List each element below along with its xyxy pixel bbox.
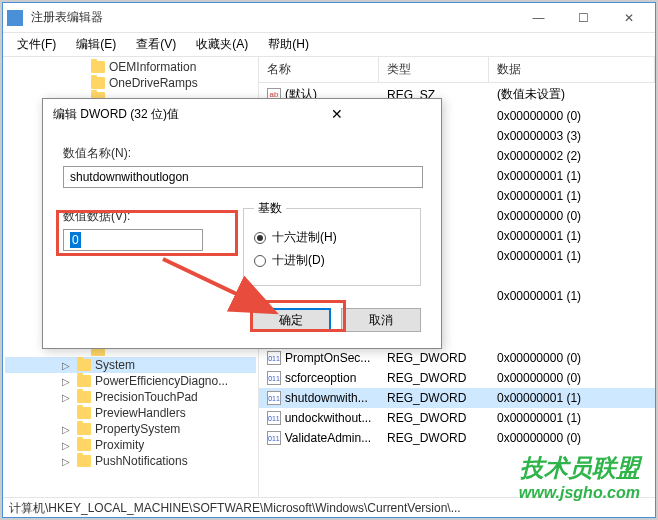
- expand-icon[interactable]: ▷: [59, 424, 73, 435]
- cell-type: REG_DWORD: [379, 349, 489, 367]
- radio-hex[interactable]: 十六进制(H): [254, 229, 410, 246]
- cell-data: [489, 337, 655, 341]
- cell-data: [489, 331, 655, 335]
- tree-label: System: [95, 358, 135, 372]
- folder-icon: [77, 439, 91, 451]
- cell-data: 0x00000001 (1): [489, 227, 655, 245]
- list-row[interactable]: ValidateAdmin...REG_DWORD0x00000000 (0): [259, 428, 655, 448]
- col-header-type[interactable]: 类型: [379, 57, 489, 82]
- app-icon: [7, 10, 23, 26]
- dialog-buttons: 确定 取消: [63, 308, 421, 332]
- cell-data: 0x00000001 (1): [489, 389, 655, 407]
- tree-label: OneDriveRamps: [109, 76, 198, 90]
- expand-icon[interactable]: ▷: [59, 360, 73, 371]
- cell-type: REG_DWORD: [379, 369, 489, 387]
- cell-data: 0x00000001 (1): [489, 247, 655, 265]
- tree-item[interactable]: OneDriveRamps: [5, 75, 256, 91]
- cell-data: 0x00000001 (1): [489, 287, 655, 305]
- cell-data: 0x00000000 (0): [489, 207, 655, 225]
- list-row[interactable]: scforceoptionREG_DWORD0x00000000 (0): [259, 368, 655, 388]
- value-name-label: 数值名称(N):: [63, 145, 421, 162]
- tree-item[interactable]: ▷PropertySystem: [5, 421, 256, 437]
- tree-label: Proximity: [95, 438, 144, 452]
- edit-dword-dialog: 编辑 DWORD (32 位)值 ✕ 数值名称(N): 数值数据(V): 0 基…: [42, 98, 442, 349]
- tree-label: PowerEfficiencyDiagno...: [95, 374, 228, 388]
- maximize-button[interactable]: ☐: [561, 4, 606, 32]
- folder-icon: [91, 77, 105, 89]
- folder-icon: [77, 423, 91, 435]
- window-buttons: — ☐ ✕: [516, 4, 651, 32]
- cell-name: shutdownwith...: [259, 389, 379, 407]
- tree-label: PushNotifications: [95, 454, 188, 468]
- reg-value-icon: [267, 431, 281, 445]
- tree-label: PrecisionTouchPad: [95, 390, 198, 404]
- cell-data: 0x00000001 (1): [489, 187, 655, 205]
- list-header: 名称 类型 数据: [259, 57, 655, 83]
- expand-icon[interactable]: ▷: [59, 376, 73, 387]
- radix-legend: 基数: [254, 200, 286, 217]
- cell-type: REG_DWORD: [379, 389, 489, 407]
- cell-name: ValidateAdmin...: [259, 429, 379, 447]
- cell-data: 0x00000002 (2): [489, 147, 655, 165]
- value-data-label: 数值数据(V):: [63, 208, 243, 225]
- tree-label: PreviewHandlers: [95, 406, 186, 420]
- cell-type: REG_DWORD: [379, 409, 489, 427]
- value-name-input[interactable]: [63, 166, 423, 188]
- folder-icon: [77, 391, 91, 403]
- cell-name: undockwithout...: [259, 409, 379, 427]
- value-data-input[interactable]: 0: [63, 229, 203, 251]
- tree-item[interactable]: PreviewHandlers: [5, 405, 256, 421]
- dialog-close-button[interactable]: ✕: [242, 106, 431, 122]
- tree-item[interactable]: ▷PowerEfficiencyDiagno...: [5, 373, 256, 389]
- tree-item[interactable]: ▷System: [5, 357, 256, 373]
- tree-label: OEMInformation: [109, 60, 196, 74]
- cell-data: 0x00000000 (0): [489, 107, 655, 125]
- cell-data: [489, 274, 655, 278]
- expand-icon[interactable]: ▷: [59, 392, 73, 403]
- cell-data: [489, 313, 655, 317]
- tree-item[interactable]: ▷Proximity: [5, 437, 256, 453]
- reg-value-icon: [267, 391, 281, 405]
- menu-help[interactable]: 帮助(H): [258, 33, 319, 56]
- window-title: 注册表编辑器: [31, 9, 516, 26]
- folder-icon: [77, 407, 91, 419]
- expand-icon[interactable]: ▷: [59, 440, 73, 451]
- cell-data: [489, 343, 655, 347]
- col-header-name[interactable]: 名称: [259, 57, 379, 82]
- cell-name: PromptOnSec...: [259, 349, 379, 367]
- dialog-title: 编辑 DWORD (32 位)值: [53, 106, 242, 123]
- minimize-button[interactable]: —: [516, 4, 561, 32]
- col-header-data[interactable]: 数据: [489, 57, 655, 82]
- cancel-button[interactable]: 取消: [341, 308, 421, 332]
- cell-data: 0x00000000 (0): [489, 429, 655, 447]
- tree-item[interactable]: ▷PushNotifications: [5, 453, 256, 469]
- menu-edit[interactable]: 编辑(E): [66, 33, 126, 56]
- expand-icon[interactable]: ▷: [59, 456, 73, 467]
- tree-item[interactable]: ▷PrecisionTouchPad: [5, 389, 256, 405]
- folder-icon: [77, 359, 91, 371]
- titlebar: 注册表编辑器 — ☐ ✕: [3, 3, 655, 33]
- menu-file[interactable]: 文件(F): [7, 33, 66, 56]
- list-row[interactable]: undockwithout...REG_DWORD0x00000001 (1): [259, 408, 655, 428]
- radio-dec-icon: [254, 255, 266, 267]
- cell-data: 0x00000000 (0): [489, 369, 655, 387]
- close-button[interactable]: ✕: [606, 4, 651, 32]
- radio-dec[interactable]: 十进制(D): [254, 252, 410, 269]
- folder-icon: [77, 455, 91, 467]
- menu-view[interactable]: 查看(V): [126, 33, 186, 56]
- reg-value-icon: [267, 371, 281, 385]
- tree-item[interactable]: OEMInformation: [5, 59, 256, 75]
- tree-label: PropertySystem: [95, 422, 180, 436]
- statusbar: 计算机\HKEY_LOCAL_MACHINE\SOFTWARE\Microsof…: [3, 497, 655, 517]
- folder-icon: [91, 61, 105, 73]
- list-row[interactable]: PromptOnSec...REG_DWORD0x00000000 (0): [259, 348, 655, 368]
- cell-data: [489, 325, 655, 329]
- reg-value-icon: [267, 411, 281, 425]
- dialog-titlebar: 编辑 DWORD (32 位)值 ✕: [43, 99, 441, 129]
- cell-data: 0x00000001 (1): [489, 167, 655, 185]
- radio-hex-icon: [254, 232, 266, 244]
- ok-button[interactable]: 确定: [251, 308, 331, 332]
- cell-type: REG_DWORD: [379, 429, 489, 447]
- list-row[interactable]: shutdownwith...REG_DWORD0x00000001 (1): [259, 388, 655, 408]
- menu-favorites[interactable]: 收藏夹(A): [186, 33, 258, 56]
